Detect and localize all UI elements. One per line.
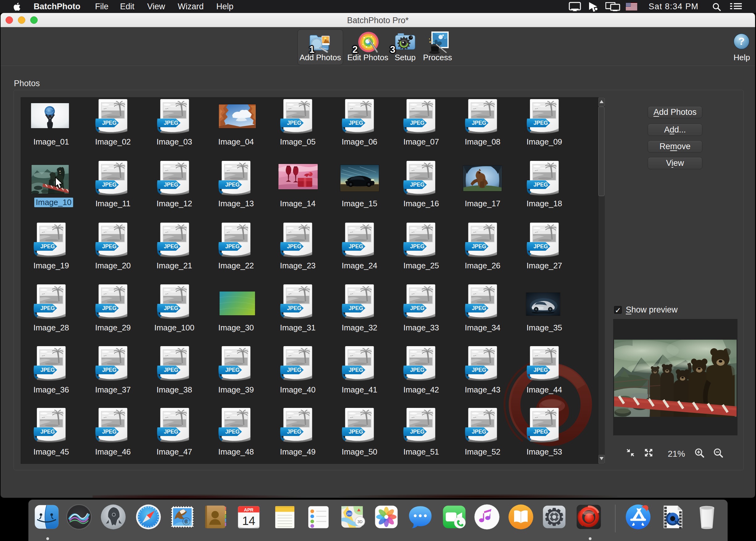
svg-text:APR: APR: [244, 507, 254, 512]
svg-text:?: ?: [738, 35, 745, 47]
svg-text:280: 280: [347, 512, 352, 516]
svg-text:3D: 3D: [357, 519, 362, 524]
svg-text:14: 14: [242, 514, 256, 527]
